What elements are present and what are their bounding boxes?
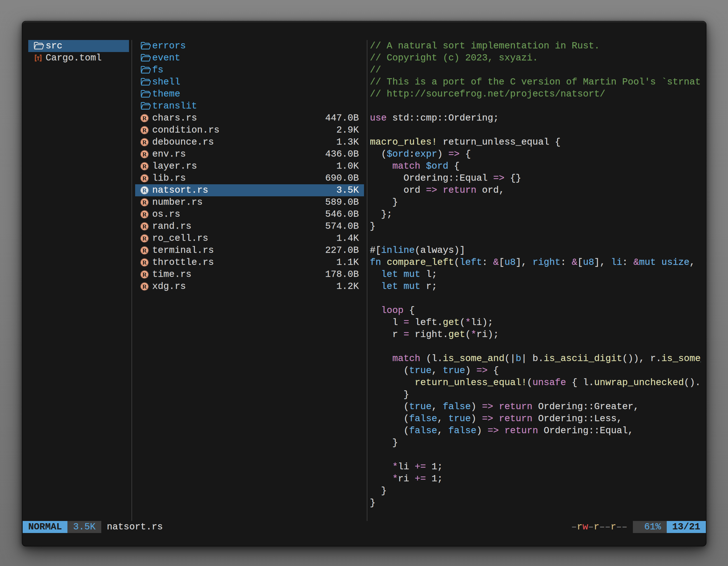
svg-text:R: R	[142, 127, 147, 134]
svg-text:R: R	[142, 175, 147, 182]
svg-text:R: R	[142, 151, 147, 158]
svg-text:R: R	[142, 271, 147, 278]
svg-text:R: R	[142, 115, 147, 122]
svg-text:R: R	[142, 235, 147, 242]
svg-text:R: R	[142, 223, 147, 230]
svg-text:R: R	[142, 247, 147, 254]
svg-text:R: R	[142, 139, 147, 146]
svg-text:R: R	[142, 211, 147, 218]
svg-text:R: R	[142, 187, 147, 194]
svg-text:R: R	[142, 259, 147, 266]
svg-text:R: R	[142, 199, 147, 206]
svg-text:R: R	[142, 163, 147, 170]
svg-text:R: R	[142, 283, 147, 290]
